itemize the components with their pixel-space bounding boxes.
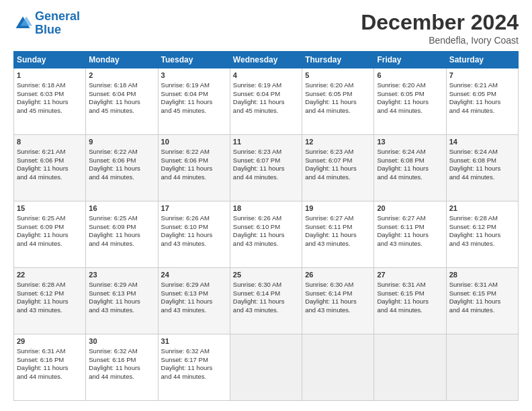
calendar-day-cell: 18Sunrise: 6:26 AMSunset: 6:10 PMDayligh… [230, 201, 302, 268]
calendar-day-header: Thursday [302, 52, 374, 68]
calendar-day-header: Wednesday [230, 52, 302, 68]
calendar-day-cell: 20Sunrise: 6:27 AMSunset: 6:11 PMDayligh… [374, 201, 446, 268]
day-info-line: Daylight: 11 hours [161, 298, 227, 306]
day-info-line: Daylight: 11 hours [161, 165, 227, 173]
day-number: 15 [17, 203, 83, 214]
day-info-line: and 44 minutes. [161, 173, 227, 182]
calendar-week-row: 8Sunrise: 6:21 AMSunset: 6:06 PMDaylight… [14, 135, 519, 201]
day-info-line: Sunrise: 6:18 AM [17, 81, 83, 90]
day-number: 8 [17, 137, 83, 147]
day-info-line: Sunrise: 6:31 AM [17, 347, 83, 356]
day-info-line: Daylight: 11 hours [89, 364, 154, 373]
calendar-day-cell: 15Sunrise: 6:25 AMSunset: 6:09 PMDayligh… [14, 201, 86, 268]
day-info-line: Sunrise: 6:29 AM [89, 281, 154, 289]
day-info-line: Sunrise: 6:30 AM [305, 281, 371, 289]
calendar-day-cell: 26Sunrise: 6:30 AMSunset: 6:14 PMDayligh… [302, 268, 374, 334]
calendar-day-cell: 11Sunrise: 6:23 AMSunset: 6:07 PMDayligh… [230, 135, 302, 201]
day-info-line: Sunrise: 6:22 AM [89, 148, 154, 156]
day-info-line: Daylight: 11 hours [17, 364, 83, 373]
day-number: 6 [377, 71, 443, 81]
day-info-line: and 44 minutes. [233, 173, 299, 182]
day-number: 20 [377, 203, 443, 214]
day-info-line: Daylight: 11 hours [161, 98, 227, 107]
day-info-line: Daylight: 11 hours [449, 231, 515, 240]
calendar-week-row: 15Sunrise: 6:25 AMSunset: 6:09 PMDayligh… [14, 201, 519, 268]
day-info-line: and 44 minutes. [305, 173, 371, 182]
calendar-day-cell [302, 334, 374, 401]
day-number: 2 [89, 71, 154, 81]
day-number: 22 [17, 270, 83, 280]
calendar-day-cell: 1Sunrise: 6:18 AMSunset: 6:03 PMDaylight… [14, 68, 86, 135]
day-info-line: Daylight: 11 hours [449, 98, 515, 107]
calendar-day-cell [446, 334, 518, 401]
day-info-line: Daylight: 11 hours [305, 298, 371, 306]
day-info-line: Sunset: 6:06 PM [89, 156, 154, 165]
day-info-line: and 43 minutes. [233, 240, 299, 248]
day-info-line: Daylight: 11 hours [377, 98, 443, 107]
day-info-line: Sunset: 6:08 PM [377, 156, 443, 165]
day-info-line: Sunrise: 6:27 AM [377, 214, 443, 223]
day-info-line: Daylight: 11 hours [305, 231, 371, 240]
day-number: 29 [17, 336, 83, 347]
day-info-line: Sunrise: 6:27 AM [305, 214, 371, 223]
day-info-line: and 44 minutes. [449, 173, 515, 182]
day-info-line: and 45 minutes. [233, 107, 299, 116]
calendar-day-cell: 4Sunrise: 6:19 AMSunset: 6:04 PMDaylight… [230, 68, 302, 135]
subtitle: Bendefla, Ivory Coast [361, 35, 519, 46]
day-info-line: Sunset: 6:12 PM [449, 223, 515, 232]
day-info-line: Sunrise: 6:19 AM [161, 81, 227, 90]
day-info-line: Sunrise: 6:28 AM [17, 281, 83, 289]
day-info-line: Sunset: 6:17 PM [161, 356, 227, 365]
day-info-line: Sunset: 6:06 PM [161, 156, 227, 165]
day-info-line: Sunrise: 6:32 AM [161, 347, 227, 356]
calendar-day-cell: 6Sunrise: 6:20 AMSunset: 6:05 PMDaylight… [374, 68, 446, 135]
day-info-line: Sunrise: 6:21 AM [449, 81, 515, 90]
day-number: 4 [233, 71, 299, 81]
day-info-line: and 44 minutes. [89, 240, 154, 248]
day-info-line: Sunset: 6:15 PM [377, 289, 443, 298]
day-info-line: Daylight: 11 hours [233, 231, 299, 240]
day-info-line: Sunset: 6:05 PM [377, 90, 443, 99]
calendar-day-cell: 25Sunrise: 6:30 AMSunset: 6:14 PMDayligh… [230, 268, 302, 334]
calendar-day-cell: 29Sunrise: 6:31 AMSunset: 6:16 PMDayligh… [14, 334, 86, 401]
day-info-line: and 44 minutes. [89, 373, 154, 381]
calendar-day-header: Sunday [14, 52, 86, 68]
day-info-line: Sunrise: 6:31 AM [449, 281, 515, 289]
calendar-day-cell: 31Sunrise: 6:32 AMSunset: 6:17 PMDayligh… [158, 334, 230, 401]
day-info-line: and 44 minutes. [377, 107, 443, 116]
calendar-day-cell: 28Sunrise: 6:31 AMSunset: 6:15 PMDayligh… [446, 268, 518, 334]
calendar-day-cell: 19Sunrise: 6:27 AMSunset: 6:11 PMDayligh… [302, 201, 374, 268]
day-info-line: and 44 minutes. [161, 373, 227, 381]
day-info-line: and 44 minutes. [449, 107, 515, 116]
day-number: 23 [89, 270, 154, 280]
day-number: 12 [305, 137, 371, 147]
calendar-day-header: Friday [374, 52, 446, 68]
day-info-line: Sunset: 6:08 PM [449, 156, 515, 165]
day-info-line: and 45 minutes. [17, 107, 83, 116]
calendar-day-cell: 17Sunrise: 6:26 AMSunset: 6:10 PMDayligh… [158, 201, 230, 268]
day-info-line: and 44 minutes. [17, 173, 83, 182]
day-info-line: Sunset: 6:12 PM [17, 289, 83, 298]
day-info-line: and 44 minutes. [377, 173, 443, 182]
day-info-line: Daylight: 11 hours [377, 165, 443, 173]
calendar-day-cell: 14Sunrise: 6:24 AMSunset: 6:08 PMDayligh… [446, 135, 518, 201]
day-info-line: Sunset: 6:04 PM [233, 90, 299, 99]
calendar-day-cell: 10Sunrise: 6:22 AMSunset: 6:06 PMDayligh… [158, 135, 230, 201]
day-number: 18 [233, 203, 299, 214]
day-number: 10 [161, 137, 227, 147]
day-info-line: Sunrise: 6:26 AM [161, 214, 227, 223]
day-number: 30 [89, 336, 154, 347]
day-info-line: Sunset: 6:16 PM [89, 356, 154, 365]
day-number: 24 [161, 270, 227, 280]
day-info-line: Sunset: 6:14 PM [233, 289, 299, 298]
logo-icon [13, 14, 32, 33]
day-info-line: Sunset: 6:04 PM [161, 90, 227, 99]
day-info-line: and 44 minutes. [17, 240, 83, 248]
logo-text: General Blue [35, 10, 80, 37]
day-number: 17 [161, 203, 227, 214]
day-info-line: Sunrise: 6:23 AM [233, 148, 299, 156]
calendar-day-cell: 16Sunrise: 6:25 AMSunset: 6:09 PMDayligh… [86, 201, 158, 268]
day-info-line: Sunrise: 6:24 AM [377, 148, 443, 156]
day-info-line: Sunset: 6:13 PM [161, 289, 227, 298]
calendar-day-header: Saturday [446, 52, 518, 68]
